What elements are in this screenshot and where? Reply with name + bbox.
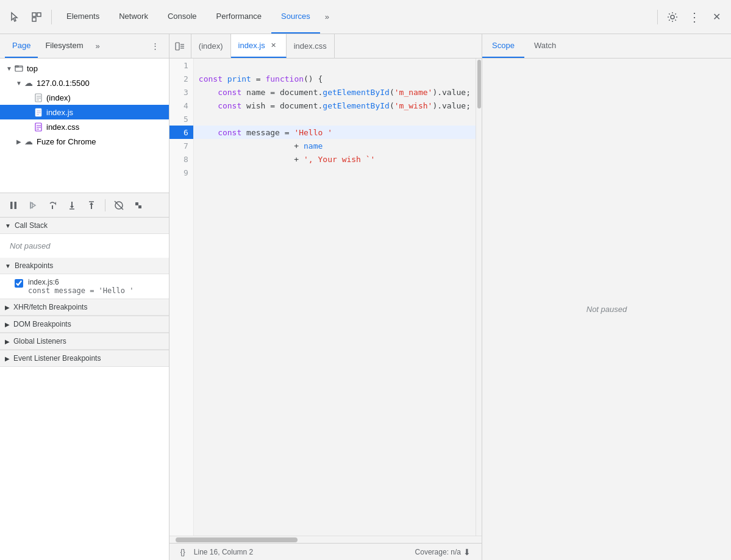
xhr-breakpoints-header[interactable]: ▶ XHR/fetch Breakpoints <box>0 299 169 316</box>
inspect-element-button[interactable] <box>27 7 46 27</box>
main-layout: Page Filesystem » ⋮ ▼ top ▼ <box>0 34 731 560</box>
svg-rect-10 <box>15 202 17 209</box>
call-stack-header[interactable]: ▼ Call Stack <box>0 218 169 234</box>
coverage-button[interactable]: Coverage: n/a ⬇ <box>412 546 474 558</box>
horizontal-scrollbar[interactable] <box>169 536 482 543</box>
file-tree: ▼ top ▼ ☁ 127.0.0.1:5500 (index <box>0 58 169 193</box>
svg-rect-2 <box>32 18 36 21</box>
tree-item-indexjs[interactable]: index.js <box>0 105 169 119</box>
debug-divider <box>105 199 105 211</box>
code-line-6: const message = 'Hello ' <box>194 126 476 139</box>
cursor-tool-button[interactable] <box>5 7 24 27</box>
sub-tab-more[interactable]: » <box>91 41 105 51</box>
svg-point-3 <box>671 15 674 19</box>
toolbar-divider <box>51 10 52 24</box>
sidebar-toggle[interactable] <box>169 34 191 58</box>
tree-item-index[interactable]: (index) <box>0 90 169 105</box>
tab-elements[interactable]: Elements <box>57 0 109 34</box>
pause-on-exception-button[interactable] <box>130 197 147 214</box>
tree-item-top[interactable]: ▼ top <box>0 61 169 76</box>
vertical-scrollbar[interactable] <box>476 58 482 536</box>
line-num-7: 7 <box>169 139 193 152</box>
tab-scope[interactable]: Scope <box>482 34 524 58</box>
breakpoints-arrow: ▼ <box>5 263 11 269</box>
line-num-1: 1 <box>169 58 193 72</box>
tab-page[interactable]: Page <box>5 34 38 58</box>
editor-tabs: (index) index.js ✕ index.css <box>169 34 482 58</box>
line-numbers: 1 2 3 4 5 6 7 8 9 <box>169 58 194 536</box>
editor-tab-index[interactable]: (index) <box>191 34 231 58</box>
svg-rect-22 <box>138 205 141 208</box>
tab-watch[interactable]: Watch <box>524 34 566 58</box>
vertical-scroll-thumb[interactable] <box>477 60 481 108</box>
event-listener-header[interactable]: ▶ Event Listener Breakpoints <box>0 350 169 367</box>
code-line-5 <box>194 112 476 126</box>
breakpoint-item: index.js:6 const message = 'Hello ' <box>0 274 169 299</box>
js-file-icon <box>33 107 44 118</box>
call-stack-arrow: ▼ <box>5 222 11 229</box>
close-button[interactable]: ✕ <box>707 7 726 27</box>
debugger-panel: ▼ Call Stack Not paused ▼ Breakpoints in… <box>0 193 169 560</box>
step-into-button[interactable] <box>63 197 80 214</box>
line-num-8: 8 <box>169 152 193 166</box>
line-num-6: 6 <box>169 126 193 139</box>
tree-item-fuze[interactable]: ▶ ☁ Fuze for Chrome <box>0 134 169 149</box>
tab-filesystem[interactable]: Filesystem <box>38 34 90 58</box>
tree-arrow-fuze: ▶ <box>15 138 23 145</box>
resume-button[interactable] <box>24 197 41 214</box>
sub-tab-menu[interactable]: ⋮ <box>146 41 164 51</box>
code-line-3: const name = document.getElementById('m_… <box>194 85 476 99</box>
debugger-toolbar <box>0 193 169 218</box>
menu-button[interactable]: ⋮ <box>685 7 704 27</box>
breakpoint-info: index.js:6 const message = 'Hello ' <box>28 278 134 295</box>
line-num-2: 2 <box>169 72 193 85</box>
tree-arrow-top: ▼ <box>5 65 13 72</box>
more-tabs-button[interactable]: » <box>320 0 334 34</box>
dom-breakpoints-header[interactable]: ▶ DOM Breakpoints <box>0 316 169 333</box>
cursor-position: Line 16, Column 2 <box>194 548 253 556</box>
code-content[interactable]: const print = function() { const name = … <box>194 58 476 536</box>
scope-not-paused: Not paused <box>587 305 627 314</box>
code-line-2: const print = function() { <box>194 72 476 85</box>
editor-tab-indexjs[interactable]: index.js ✕ <box>231 34 287 58</box>
svg-marker-11 <box>55 202 56 205</box>
main-tab-nav: Elements Network Console Performance Sou… <box>57 0 334 34</box>
tab-performance[interactable]: Performance <box>207 0 271 34</box>
breakpoints-header[interactable]: ▼ Breakpoints <box>0 258 169 274</box>
tab-sources[interactable]: Sources <box>271 0 320 34</box>
cloud-icon-fuze: ☁ <box>23 136 34 147</box>
svg-rect-23 <box>176 43 179 50</box>
tab-network[interactable]: Network <box>109 0 158 34</box>
pause-button[interactable] <box>5 197 22 214</box>
horizontal-scroll-thumb[interactable] <box>176 537 298 542</box>
line-num-5: 5 <box>169 112 193 126</box>
call-stack-not-paused: Not paused <box>0 234 169 258</box>
editor-tab-close-indexjs[interactable]: ✕ <box>269 41 279 51</box>
tab-console[interactable]: Console <box>158 0 207 34</box>
step-out-button[interactable] <box>83 197 100 214</box>
right-area: (index) index.js ✕ index.css 1 2 3 <box>169 34 731 560</box>
editor-tab-indexcss[interactable]: index.css <box>287 34 335 58</box>
deactivate-breakpoints-button[interactable] <box>110 197 127 214</box>
css-file-icon <box>33 121 44 132</box>
settings-button[interactable] <box>663 7 682 27</box>
tree-item-server[interactable]: ▼ ☁ 127.0.0.1:5500 <box>0 76 169 90</box>
global-listeners-header[interactable]: ▶ Global Listeners <box>0 333 169 350</box>
line-num-3: 3 <box>169 85 193 99</box>
tree-item-indexcss[interactable]: index.css <box>0 119 169 134</box>
code-line-4: const wish = document.getElementById('m_… <box>194 99 476 112</box>
code-line-9 <box>194 166 476 179</box>
step-over-button[interactable] <box>44 197 61 214</box>
coverage-download-icon: ⬇ <box>463 547 471 557</box>
code-line-7: + name <box>194 139 476 152</box>
scope-watch-content: Not paused <box>482 58 731 560</box>
file-icon <box>33 92 44 103</box>
svg-rect-1 <box>37 13 41 16</box>
breakpoint-checkbox[interactable] <box>15 279 23 288</box>
svg-rect-5 <box>15 66 18 67</box>
svg-rect-4 <box>15 66 23 71</box>
format-button[interactable]: {} <box>177 547 189 558</box>
top-toolbar: Elements Network Console Performance Sou… <box>0 0 731 34</box>
svg-rect-21 <box>135 202 138 205</box>
svg-marker-14 <box>70 206 74 208</box>
